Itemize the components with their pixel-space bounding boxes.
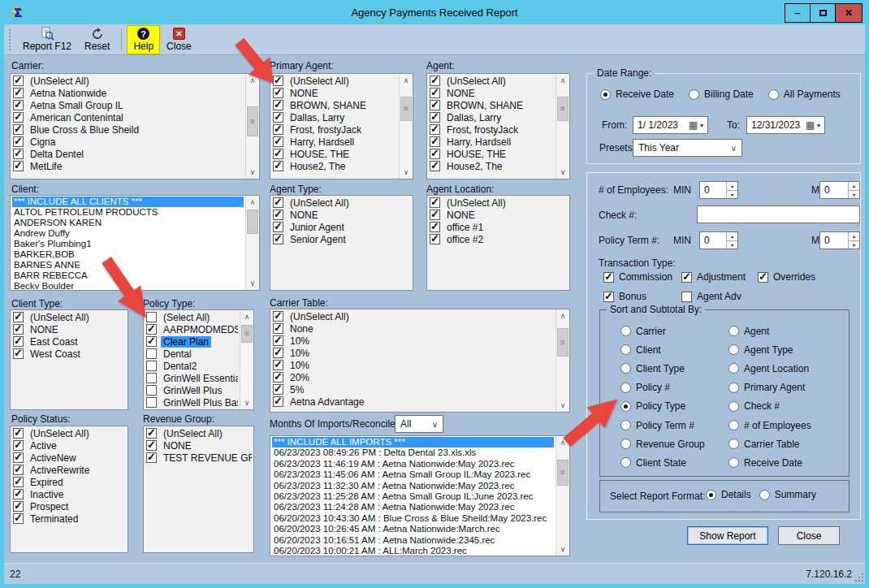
list-item[interactable]: Dental (145, 348, 238, 360)
checkbox-icon[interactable] (13, 88, 24, 98)
close-action-button[interactable]: Close (778, 526, 840, 545)
radio-option[interactable]: Agent Type (728, 340, 846, 359)
report-button[interactable]: Report F12 (16, 25, 78, 54)
radio-option[interactable]: Receive Date (600, 89, 674, 100)
radio-option[interactable]: Summary (759, 489, 816, 500)
list-item[interactable]: HOUSE, THE (429, 148, 554, 160)
checkbox-icon[interactable] (430, 112, 440, 123)
checkbox-icon[interactable] (13, 477, 24, 487)
checkbox-icon[interactable] (430, 234, 440, 244)
radio-option[interactable]: All Payments (768, 89, 841, 100)
list-item[interactable]: ALTOL PETROLEUM PRODUCTS (12, 207, 244, 218)
checkbox-icon[interactable] (13, 124, 24, 135)
list-item[interactable]: Clear Plan (145, 335, 238, 348)
radio-option[interactable]: Client State (620, 453, 726, 472)
scroll-down-icon[interactable]: ∨ (556, 166, 569, 179)
checkbox-icon[interactable] (273, 360, 283, 370)
list-item[interactable]: Aetna Nationwide (12, 87, 244, 99)
revenue-group-listbox[interactable]: (UnSelect All)NONETEST REVENUE GRO (143, 426, 254, 553)
checkbox-icon[interactable] (146, 373, 157, 383)
checkbox-icon[interactable] (273, 136, 283, 147)
checkbox-icon[interactable] (13, 161, 24, 171)
checkbox-option[interactable]: Adjustment (681, 267, 758, 287)
minimize-button[interactable]: – (785, 3, 811, 23)
list-item[interactable]: MetLife (12, 160, 244, 172)
checkbox-icon[interactable] (430, 100, 440, 110)
checkbox-icon[interactable] (13, 76, 24, 86)
scroll-thumb[interactable]: ≡ (557, 460, 569, 486)
checkbox-icon[interactable] (13, 465, 24, 475)
list-item[interactable]: BROWN, SHANE (429, 99, 554, 111)
list-item[interactable]: Frost, frostyJack (272, 123, 397, 136)
list-item[interactable]: (UnSelect All) (429, 75, 554, 87)
checkbox-icon[interactable] (146, 324, 157, 335)
checkbox-icon[interactable] (13, 136, 24, 147)
scrollbar[interactable]: ∧ ∨ (245, 196, 259, 290)
scroll-down-icon[interactable]: ∨ (246, 277, 259, 290)
list-item[interactable]: American Contenintal (12, 111, 244, 123)
policy-status-listbox[interactable]: (UnSelect All)ActiveActiveNewActiveRewri… (10, 426, 128, 553)
list-item[interactable]: Expired (12, 476, 126, 488)
scrollbar[interactable]: ∧ ≡ ∨ (556, 309, 569, 412)
close-button[interactable]: ✕ Close (160, 25, 198, 54)
list-item[interactable]: Prospect (12, 500, 126, 512)
list-item[interactable]: Dental2 (145, 360, 238, 372)
list-item[interactable]: GrinWell Plus (145, 384, 238, 396)
primary-agent-listbox[interactable]: (UnSelect All)NONEBROWN, SHANEDallas, La… (270, 73, 413, 179)
list-item[interactable]: *** INCLUDE ALL IMPORTS *** (272, 437, 554, 447)
checkbox-icon[interactable] (273, 161, 283, 171)
scrollbar[interactable]: ∧ ≡ ∨ (240, 310, 253, 409)
list-item[interactable]: House2, The (429, 160, 554, 172)
list-item[interactable]: Dallas, Larry (272, 111, 397, 123)
employees-max-stepper[interactable]: 0 ▴▾ (819, 181, 860, 199)
list-item[interactable]: GrinWell Essential (145, 372, 238, 384)
agent-type-listbox[interactable]: (UnSelect All)NONEJunior AgentSenior Age… (270, 195, 413, 291)
list-item[interactable]: House2, The (272, 160, 397, 172)
carrier-table-listbox[interactable]: (UnSelect All)None10%10%10%20%5%Aetna Ad… (270, 309, 570, 413)
scroll-thumb[interactable]: ≡ (557, 97, 569, 121)
list-item[interactable]: NONE (12, 323, 126, 335)
list-item[interactable]: None (272, 322, 554, 335)
list-item[interactable]: Andrew Duffy (12, 228, 244, 239)
checkbox-icon[interactable] (273, 210, 283, 220)
agent-location-listbox[interactable]: (UnSelect All)NONEoffice #1office #2 (426, 195, 570, 291)
list-item[interactable]: 06/20/2023 10:00:21 AM : ALL:March 2023.… (272, 546, 554, 555)
checkbox-option[interactable]: Commission (603, 267, 681, 287)
list-item[interactable]: 10% (272, 359, 554, 371)
radio-option[interactable]: Policy Type (620, 397, 726, 416)
scroll-down-icon[interactable]: ∨ (556, 399, 569, 412)
list-item[interactable]: (UnSelect All) (12, 311, 126, 323)
checkbox-icon[interactable] (273, 222, 283, 232)
term-min-stepper[interactable]: 0 ▴▾ (699, 231, 738, 249)
window-close-button[interactable]: ✕ (835, 3, 863, 23)
checkbox-icon[interactable] (430, 210, 440, 220)
radio-option[interactable]: Receive Date (728, 453, 846, 472)
checkbox-icon[interactable] (146, 336, 157, 347)
checkbox-icon[interactable] (13, 112, 24, 123)
scrollbar[interactable]: ∧ ≡ ∨ (399, 74, 413, 179)
list-item[interactable]: East Coast (12, 335, 126, 348)
list-item[interactable]: 06/23/2023 11:32:30 AM : Aetna Nationwid… (272, 481, 554, 491)
checkbox-icon[interactable] (430, 136, 440, 147)
scroll-thumb[interactable]: ≡ (557, 328, 569, 357)
scroll-thumb[interactable]: ≡ (400, 97, 412, 121)
radio-option[interactable]: Revenue Group (620, 435, 726, 453)
list-item[interactable]: Baker's Plumbing1 (12, 239, 244, 249)
checkbox-icon[interactable] (146, 348, 157, 359)
checkbox-icon[interactable] (146, 440, 157, 451)
radio-option[interactable]: Check # (728, 397, 846, 416)
checkbox-icon[interactable] (146, 428, 157, 439)
spin-down-icon[interactable]: ▾ (849, 190, 859, 199)
list-item[interactable]: Aetna Small Group IL (12, 99, 244, 111)
checkbox-icon[interactable] (13, 348, 24, 359)
list-item[interactable]: 06/23/2023 11:46:19 AM : Aetna Nationwid… (272, 459, 554, 469)
checkbox-icon[interactable] (430, 197, 440, 208)
checkbox-icon[interactable] (13, 501, 24, 512)
radio-option[interactable]: Billing Date (689, 89, 754, 100)
checkbox-icon[interactable] (273, 149, 283, 159)
scroll-up-icon[interactable]: ∧ (556, 74, 569, 87)
list-item[interactable]: 06/20/2023 10:26:45 AM : Aetna Nationwid… (272, 524, 554, 534)
list-item[interactable]: office #1 (429, 221, 568, 233)
list-item[interactable]: Blue Cross & Blue Sheild (12, 123, 244, 136)
policy-type-listbox[interactable]: (Select All)AARPMODMEDSUClear PlanDental… (143, 309, 254, 410)
